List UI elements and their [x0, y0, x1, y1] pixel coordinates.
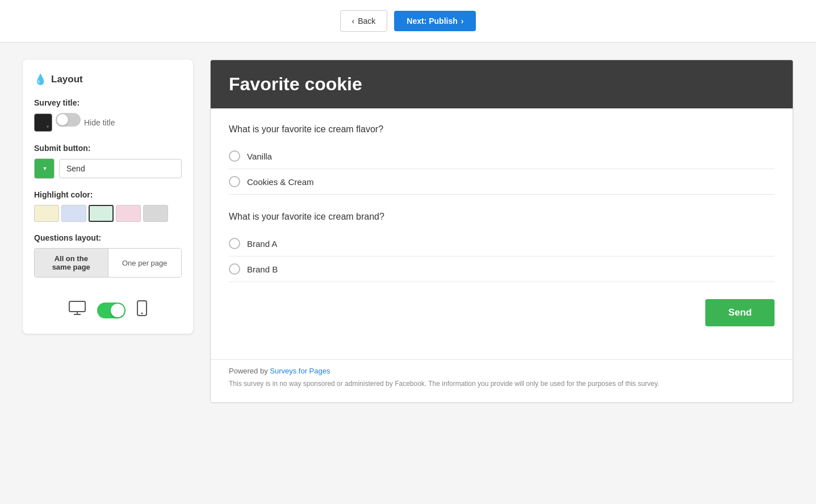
layout-buttons: All on thesame page One per page — [34, 248, 182, 278]
powered-by: Powered by Surveys for Pages — [229, 367, 775, 375]
option-brand-b-label: Brand B — [247, 264, 278, 274]
survey-footer: Powered by Surveys for Pages This survey… — [211, 359, 793, 402]
main-layout: 💧 Layout Survey title: ▼ Hide title Subm… — [0, 43, 816, 420]
highlight-color-swatch-5[interactable] — [143, 205, 168, 222]
highlight-color-swatch-2[interactable] — [61, 205, 86, 222]
survey-title-section: Survey title: ▼ Hide title — [34, 98, 182, 132]
questions-layout-label: Questions layout: — [34, 233, 182, 242]
question-1-text: What is your favorite ice cream flavor? — [229, 124, 775, 135]
send-button[interactable]: Send — [705, 299, 775, 326]
option-cookies-cream: Cookies & Cream — [229, 169, 775, 195]
back-chevron-icon: ‹ — [352, 16, 355, 26]
highlight-color-label: Highlight color: — [34, 190, 182, 199]
device-view-toggle[interactable] — [97, 303, 125, 318]
layout-one-per-page[interactable]: One per page — [108, 249, 182, 277]
surveys-for-pages-link[interactable]: Surveys for Pages — [270, 367, 330, 375]
title-color-picker[interactable]: ▼ — [34, 114, 52, 132]
disclaimer-text: This survey is in no way sponsored or ad… — [229, 379, 775, 389]
send-button-container: Send — [229, 299, 775, 326]
survey-question-2: What is your favorite ice cream brand? B… — [229, 212, 775, 282]
color-picker-arrow: ▼ — [45, 124, 50, 129]
highlight-color-swatch-3[interactable] — [89, 205, 114, 222]
option-vanilla-radio[interactable] — [229, 150, 240, 162]
option-brand-a-radio[interactable] — [229, 238, 240, 249]
back-button[interactable]: ‹ Back — [340, 10, 388, 32]
submit-color-arrow: ▼ — [43, 166, 48, 171]
highlight-color-swatches — [34, 205, 182, 222]
survey-body: What is your favorite ice cream flavor? … — [211, 108, 793, 359]
option-brand-a-label: Brand A — [247, 239, 277, 249]
option-brand-a: Brand A — [229, 231, 775, 257]
back-label: Back — [358, 16, 375, 26]
submit-button-label: Submit button: — [34, 144, 182, 153]
next-chevron-icon: › — [461, 16, 464, 26]
hide-title-toggle[interactable] — [56, 113, 81, 127]
highlight-color-swatch-1[interactable] — [34, 205, 59, 222]
option-cookies-cream-label: Cookies & Cream — [247, 177, 314, 187]
svg-rect-0 — [69, 301, 85, 312]
submit-color-picker[interactable]: ▼ — [34, 158, 55, 179]
next-publish-button[interactable]: Next: Publish › — [394, 11, 476, 31]
survey-question-1: What is your favorite ice cream flavor? … — [229, 124, 775, 195]
survey-header: Favorite cookie — [211, 60, 793, 108]
mobile-icon[interactable] — [137, 300, 147, 320]
submit-button-row: ▼ — [34, 158, 182, 179]
panel-title: 💧 Layout — [34, 73, 182, 86]
hide-title-text: Hide title — [84, 118, 115, 127]
top-bar: ‹ Back Next: Publish › — [0, 0, 816, 43]
highlight-color-swatch-4[interactable] — [116, 205, 141, 222]
droplet-icon: 💧 — [34, 73, 47, 86]
submit-button-section: Submit button: ▼ — [34, 144, 182, 179]
option-brand-b: Brand B — [229, 257, 775, 282]
device-toggle-slider — [97, 303, 125, 318]
question-2-text: What is your favorite ice cream brand? — [229, 212, 775, 222]
survey-title: Favorite cookie — [229, 74, 775, 95]
layout-all-on-same-page[interactable]: All on thesame page — [35, 249, 108, 277]
option-vanilla: Vanilla — [229, 144, 775, 169]
submit-button-text-input[interactable] — [59, 159, 182, 178]
survey-title-label: Survey title: — [34, 98, 182, 107]
questions-layout-section: Questions layout: All on thesame page On… — [34, 233, 182, 278]
device-bar — [34, 295, 182, 320]
survey-panel: Favorite cookie What is your favorite ic… — [210, 60, 793, 403]
next-label: Next: Publish — [407, 16, 457, 26]
option-brand-b-radio[interactable] — [229, 263, 240, 275]
toggle-slider — [56, 113, 81, 127]
highlight-color-section: Highlight color: — [34, 190, 182, 222]
survey-title-row: ▼ Hide title — [34, 113, 182, 132]
svg-point-4 — [141, 313, 143, 314]
desktop-icon[interactable] — [69, 301, 86, 320]
option-vanilla-label: Vanilla — [247, 152, 272, 161]
left-panel: 💧 Layout Survey title: ▼ Hide title Subm… — [23, 60, 193, 334]
option-cookies-cream-radio[interactable] — [229, 176, 240, 187]
